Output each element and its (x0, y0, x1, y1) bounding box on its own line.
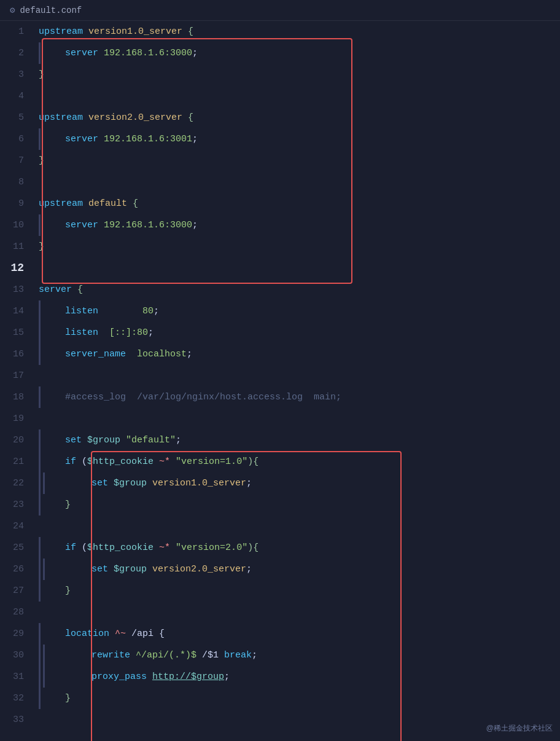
line-number: 24 (0, 516, 34, 537)
code-token (170, 537, 176, 559)
line-content (34, 171, 560, 193)
code-editor: 1upstream version1.0_server {2 server 19… (0, 21, 560, 731)
code-token: 192.168.1.6:3000 (104, 42, 192, 64)
code-token (109, 623, 115, 645)
code-token: ~* (159, 537, 170, 559)
line-number: 11 (0, 236, 34, 257)
line-content: } (34, 688, 560, 709)
line-content: set $group "default"; (34, 429, 560, 451)
code-token: upstream (39, 107, 88, 128)
code-token: ; (176, 429, 181, 451)
code-token: listen (43, 322, 98, 343)
code-line: 22 set $group version1.0_server; (0, 472, 560, 494)
code-line: 9upstream default { (0, 193, 560, 214)
code-token: upstream (39, 21, 88, 42)
code-token (120, 429, 126, 451)
indent-bar (39, 343, 41, 365)
line-number: 25 (0, 537, 34, 559)
code-line: 2 server 192.168.1.6:3000; (0, 42, 560, 64)
line-number: 12 (0, 257, 34, 279)
indent-bar (43, 645, 45, 666)
line-number: 14 (0, 300, 34, 322)
code-line: 25 if ($http_cookie ~* "version=2.0"){ (0, 537, 560, 559)
code-line: 15 listen [::]:80; (0, 322, 560, 343)
code-line: 14 listen 80; (0, 300, 560, 322)
line-number: 9 (0, 193, 34, 214)
line-number: 27 (0, 580, 34, 602)
code-line: 28 (0, 602, 560, 623)
line-content: upstream version2.0_server { (34, 107, 560, 128)
line-number: 22 (0, 472, 34, 494)
code-token: if (43, 537, 76, 559)
code-line: 17 (0, 365, 560, 386)
code-token: /$1 (196, 645, 224, 666)
code-line: 13server { (0, 279, 560, 300)
code-token: } (43, 688, 71, 709)
code-token: ; (252, 645, 257, 666)
line-number: 16 (0, 343, 34, 365)
line-content (34, 709, 560, 731)
line-number: 13 (0, 279, 34, 300)
code-token: server (43, 128, 104, 150)
line-number: 3 (0, 64, 34, 85)
line-number: 17 (0, 365, 34, 386)
code-line: 8 (0, 171, 560, 193)
code-token: } (39, 150, 44, 171)
line-content: upstream version1.0_server { (34, 21, 560, 42)
code-line: 3} (0, 64, 560, 85)
code-token (147, 666, 152, 688)
code-line: 18 #access_log /var/log/nginx/host.acces… (0, 386, 560, 408)
code-wrapper: 1upstream version1.0_server {2 server 19… (0, 21, 560, 731)
code-token (108, 472, 114, 494)
line-content: } (34, 236, 560, 257)
code-token: "version=1.0" (176, 451, 247, 472)
code-token (126, 343, 137, 365)
line-number: 6 (0, 128, 34, 150)
indent-bar (39, 559, 41, 580)
indent-bar (39, 472, 41, 494)
line-number: 20 (0, 429, 34, 451)
line-content: listen 80; (34, 300, 560, 322)
code-token: ; (148, 322, 154, 343)
indent-bar (39, 386, 41, 408)
code-token: $group (114, 559, 147, 580)
line-number: 4 (0, 85, 34, 107)
line-content: server 192.168.1.6:3001; (34, 128, 560, 150)
code-line: 12 (0, 257, 560, 279)
code-token: } (39, 64, 44, 85)
line-content (34, 602, 560, 623)
line-content: server 192.168.1.6:3000; (34, 42, 560, 64)
code-token: ){ (247, 451, 259, 472)
code-line: 24 (0, 516, 560, 537)
line-number: 26 (0, 559, 34, 580)
code-token (82, 429, 87, 451)
code-token: set (47, 472, 108, 494)
code-line: 4 (0, 85, 560, 107)
code-line: 20 set $group "default"; (0, 429, 560, 451)
code-token: default (88, 193, 127, 214)
line-content (34, 85, 560, 107)
indent-bar (39, 537, 41, 559)
code-token: ; (246, 559, 252, 580)
code-token: } (39, 236, 44, 257)
line-number: 21 (0, 451, 34, 472)
code-line: 33 (0, 709, 560, 731)
code-token (147, 559, 152, 580)
line-content: server_name localhost; (34, 343, 560, 365)
line-content: server { (34, 279, 560, 300)
code-line: 27 } (0, 580, 560, 602)
code-line: 30 rewrite ^/api/(.*)$ /$1 break; (0, 645, 560, 666)
code-token (108, 559, 114, 580)
line-number: 2 (0, 42, 34, 64)
line-content: } (34, 64, 560, 85)
line-content: set $group version2.0_server; (34, 559, 560, 580)
line-number: 33 (0, 709, 34, 731)
code-token: server (39, 279, 72, 300)
code-line: 16 server_name localhost; (0, 343, 560, 365)
code-token: upstream (39, 193, 88, 214)
code-token: version1.0_server (88, 21, 182, 42)
code-line: 21 if ($http_cookie ~* "version=1.0"){ (0, 451, 560, 472)
line-content: rewrite ^/api/(.*)$ /$1 break; (34, 645, 560, 666)
code-token: ; (192, 214, 198, 236)
code-token: rewrite (47, 645, 130, 666)
